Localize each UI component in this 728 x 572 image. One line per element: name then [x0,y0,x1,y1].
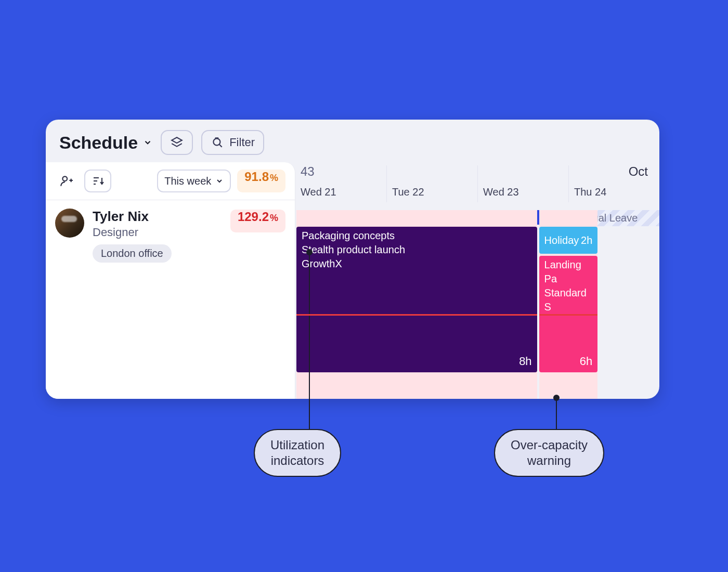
page-title: Schedule [59,133,138,153]
callout-overcapacity: Over-capacity warning [494,429,604,477]
left-toolbar: This week 91.8% [46,162,295,200]
svg-line-2 [219,145,222,147]
person-role: Designer [93,226,222,239]
day-header: Wed 23 [477,165,568,202]
filter-button[interactable]: Filter [201,130,264,155]
avatar [55,209,84,238]
timeline-panel: 43 Oct Wed 21 Tue 22 Wed 23 Thu 24 Non-b… [295,162,659,399]
person-utilization-badge: 129.2% [230,210,285,232]
task-hours: 6h [580,354,592,369]
capacity-line [539,314,598,316]
task-holiday[interactable]: Holiday 2h [539,227,598,254]
week-number: 43 [301,164,315,179]
task-label: Packaging concepts Stealth product launc… [302,229,532,271]
person-name: Tyler Nix [93,209,222,225]
chevron-down-icon [215,177,224,185]
task-hours: 8h [519,354,531,369]
svg-point-1 [214,138,220,145]
schedule-card: Schedule Filter This week [46,120,659,399]
month-label: Oct [629,164,648,179]
col-3-area: Holiday 2h Landing Pa Standard S 6h [538,210,599,399]
svg-marker-0 [172,137,182,143]
add-person-button[interactable] [55,170,78,192]
range-dropdown[interactable]: This week [157,170,231,192]
callout-utilization: Utilization indicators [254,429,341,477]
callout-text: Utilization indicators [270,437,324,469]
overall-util-value: 91.8 [244,170,269,184]
chevron-down-icon [143,138,152,147]
person-info: Tyler Nix Designer London office [93,209,222,263]
sort-button[interactable] [84,170,111,192]
callout-text: Over-capacity warning [511,437,588,469]
callout-line [556,398,557,429]
page-title-dropdown[interactable]: Schedule [59,133,152,153]
pct-symbol: % [270,213,278,224]
layers-button[interactable] [161,130,193,155]
task-packaging[interactable]: Packaging concepts Stealth product launc… [296,227,537,372]
card-header: Schedule Filter [46,120,659,162]
day-header: Tue 22 [386,165,477,202]
left-panel: This week 91.8% Tyler Nix Designer Londo… [46,162,295,399]
capacity-line [296,314,537,316]
card-body: This week 91.8% Tyler Nix Designer Londo… [46,162,659,399]
timeline-grid: Non-billable - Company Ops / Internal 1h… [295,210,659,399]
person-plus-icon [60,174,73,188]
timeline-header: Wed 21 Tue 22 Wed 23 Thu 24 [295,162,659,202]
search-filter-icon [211,136,224,149]
svg-point-4 [62,176,67,181]
col-1-2-area: Packaging concepts Stealth product launc… [295,210,538,399]
overall-utilization-badge: 91.8% [237,170,285,192]
task-hours: 2h [581,235,592,246]
person-util-value: 129.2 [238,210,269,224]
pct-symbol: % [270,173,278,184]
task-label: Holiday [544,235,579,246]
filter-label: Filter [229,136,255,149]
task-label: Landing Pa Standard S [544,258,593,314]
layers-icon [170,136,184,149]
range-label: This week [164,175,211,187]
callout-line [309,252,310,429]
person-tag: London office [93,244,172,263]
person-row[interactable]: Tyler Nix Designer London office 129.2% [46,200,295,272]
sort-icon [92,175,104,187]
